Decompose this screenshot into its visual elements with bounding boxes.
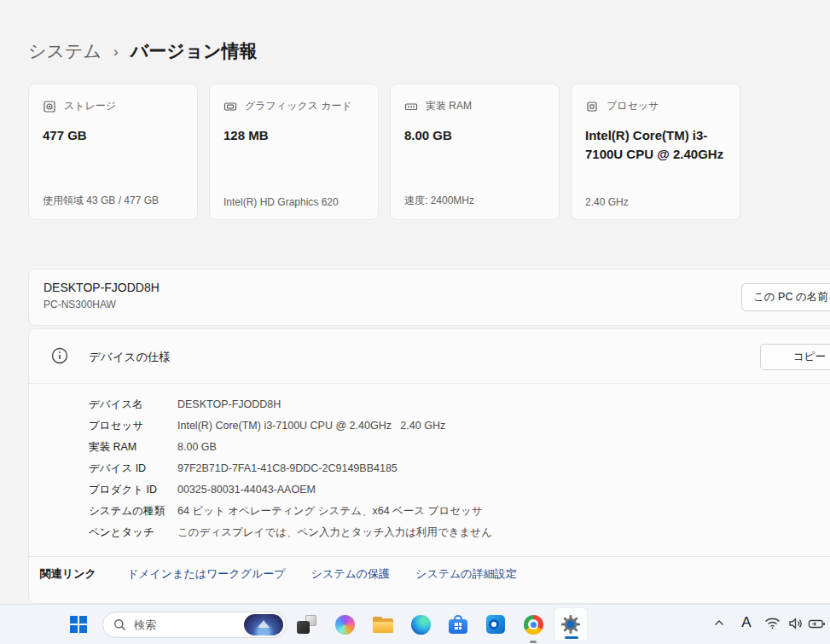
spec-table: デバイス名 DESKTOP-FJODD8H プロセッサ Intel(R) Cor… [89, 394, 492, 543]
link-domain-workgroup[interactable]: ドメインまたはワークグループ [127, 566, 286, 582]
device-specs-title: デバイスの仕様 [89, 350, 171, 365]
spec-value: 64 ビット オペレーティング システム、x64 ベース プロセッサ [177, 501, 492, 522]
search-highlight-image[interactable] [244, 614, 283, 635]
wifi-button[interactable] [764, 617, 781, 629]
breadcrumb: システム › バージョン情報 [28, 39, 258, 63]
cpu-icon [585, 100, 599, 113]
processor-card-value: Intel(R) Core(TM) i3-7100U CPU @ 2.40GHz [585, 126, 726, 164]
windows-logo-icon [70, 616, 87, 633]
search-placeholder: 検索 [134, 618, 156, 633]
volume-button[interactable] [788, 618, 804, 629]
breadcrumb-system[interactable]: システム [28, 39, 102, 63]
storage-card-label: ストレージ [64, 99, 116, 113]
link-system-protection[interactable]: システムの保護 [311, 566, 391, 582]
storage-card-value: 477 GB [43, 126, 183, 145]
device-model: PC-NS300HAW [44, 299, 116, 310]
spec-value: DESKTOP-FJODD8H [177, 394, 492, 415]
storage-icon [43, 100, 56, 113]
spec-value: 00325-80031-44043-AAOEM [177, 479, 492, 501]
related-divider [29, 556, 830, 557]
spec-label: システムの種類 [89, 501, 177, 522]
spec-label: プロセッサ [89, 415, 177, 437]
settings-gear-icon [560, 614, 581, 635]
storage-card-header: ストレージ [43, 99, 183, 113]
copy-button[interactable]: コピー [760, 344, 830, 370]
store-button[interactable] [441, 607, 475, 641]
store-icon [449, 615, 467, 634]
settings-about-page: システム › バージョン情報 ストレージ 477 GB 使用領域 43 GB /… [0, 0, 830, 644]
chrome-running-indicator [530, 641, 537, 643]
link-advanced-system-settings[interactable]: システムの詳細設定 [415, 566, 517, 582]
device-name-card: DESKTOP-FJODD8H PC-NS300HAW この PC の名前を [28, 269, 830, 326]
ime-indicator: A [741, 614, 751, 631]
processor-card-header: プロセッサ [585, 99, 726, 113]
graphics-card-caption: Intel(R) HD Graphics 620 [223, 196, 364, 208]
spec-value: このディスプレイでは、ペン入力とタッチ入力は利用できません [177, 522, 492, 543]
battery-button[interactable] [808, 618, 826, 629]
ram-card-header: 実装 RAM [404, 99, 545, 113]
edge-icon [411, 615, 431, 635]
ram-card-label: 実装 RAM [426, 99, 472, 113]
ime-mode-button[interactable]: A [739, 614, 754, 631]
spec-label: デバイス名 [89, 394, 177, 415]
tray-chevron-up-button[interactable] [713, 618, 725, 627]
graphics-card: グラフィックス カード 128 MB Intel(R) HD Graphics … [209, 84, 379, 220]
device-specs-card: デバイスの仕様 コピー デバイス名 DESKTOP-FJODD8H プロセッサ … [28, 328, 830, 604]
start-button[interactable] [61, 607, 96, 641]
device-specs-expander[interactable]: デバイスの仕様 コピー [29, 329, 830, 383]
related-links-row: 関連リンク ドメインまたはワークグループ システムの保護 システムの詳細設定 [40, 566, 517, 582]
outlook-button[interactable] [479, 607, 513, 641]
file-explorer-icon [373, 617, 393, 633]
outlook-icon [486, 615, 505, 634]
settings-button[interactable] [554, 607, 588, 641]
ram-card-value: 8.00 GB [404, 126, 545, 145]
info-icon [51, 347, 68, 364]
settings-active-indicator [565, 636, 578, 639]
processor-card-caption: 2.40 GHz [585, 196, 726, 208]
spec-value: 97F2B71D-7FA1-41C8-9DDC-2C9149BB4185 [177, 458, 492, 479]
taskbar: 検索 [0, 604, 830, 644]
related-links-label: 関連リンク [40, 566, 96, 582]
processor-card-label: プロセッサ [607, 99, 659, 113]
spec-value: Intel(R) Core(TM) i3-7100U CPU @ 2.40GHz… [177, 415, 492, 437]
wifi-icon [764, 617, 781, 629]
search-icon [113, 618, 126, 631]
spec-label: デバイス ID [89, 458, 177, 479]
volume-icon [788, 618, 804, 629]
graphics-card-label: グラフィックス カード [245, 99, 352, 113]
page-title: バージョン情報 [131, 39, 258, 63]
ram-icon [404, 100, 418, 113]
spec-label: ペンとタッチ [89, 522, 177, 543]
battery-icon [808, 618, 826, 629]
spec-value: 8.00 GB [177, 437, 492, 458]
spec-label: プロダクト ID [89, 479, 177, 501]
search-input[interactable]: 検索 [102, 612, 287, 638]
ram-card-caption: 速度: 2400MHz [404, 194, 545, 208]
task-view-icon [297, 615, 316, 634]
graphics-card-header: グラフィックス カード [223, 99, 364, 113]
copilot-icon [335, 615, 355, 635]
processor-card: プロセッサ Intel(R) Core(TM) i3-7100U CPU @ 2… [571, 84, 740, 220]
chevron-up-icon [713, 618, 725, 627]
graphics-card-value: 128 MB [223, 126, 364, 145]
task-view-button[interactable] [289, 607, 323, 641]
summary-cards: ストレージ 477 GB 使用領域 43 GB / 477 GB グラフィックス… [28, 84, 740, 220]
device-name: DESKTOP-FJODD8H [44, 281, 160, 294]
spec-label: 実装 RAM [89, 437, 177, 458]
storage-card-caption: 使用領域 43 GB / 477 GB [43, 194, 183, 208]
ram-card: 実装 RAM 8.00 GB 速度: 2400MHz [390, 84, 560, 220]
breadcrumb-separator-icon: › [113, 43, 119, 61]
specs-header-divider [29, 383, 830, 384]
rename-pc-button[interactable]: この PC の名前を [741, 283, 830, 311]
chrome-button[interactable] [516, 607, 550, 641]
storage-card: ストレージ 477 GB 使用領域 43 GB / 477 GB [28, 84, 198, 220]
file-explorer-button[interactable] [366, 607, 400, 641]
edge-button[interactable] [403, 607, 438, 641]
gpu-icon [223, 100, 237, 113]
copilot-button[interactable] [328, 607, 362, 641]
chrome-icon [524, 615, 543, 635]
